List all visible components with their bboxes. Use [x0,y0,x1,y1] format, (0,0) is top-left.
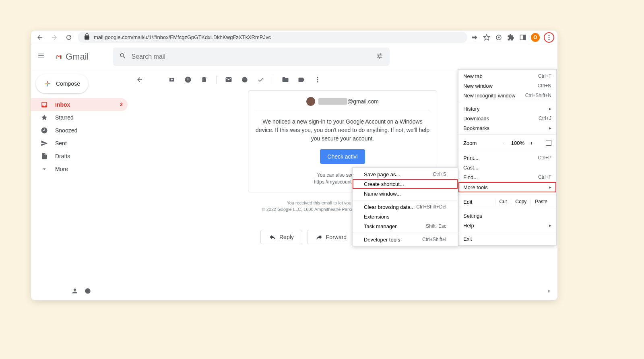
menu-exit[interactable]: Exit [458,234,556,243]
chevron-down-icon [41,165,49,173]
task-icon[interactable] [257,76,265,84]
url-text: mail.google.com/mail/u/1/#inbox/FMfcgzGp… [94,34,271,40]
gmail-header: Gmail [31,44,557,69]
browser-window: mail.google.com/mail/u/1/#inbox/FMfcgzGp… [31,31,557,300]
sidebar-item-snoozed[interactable]: Snoozed [31,124,128,137]
more-icon[interactable] [314,76,322,84]
menu-settings[interactable]: Settings [458,211,556,221]
svg-point-8 [317,77,318,78]
share-icon[interactable] [471,33,479,41]
forward-button[interactable]: Forward [307,230,355,244]
star-icon[interactable] [483,33,491,41]
back-icon[interactable] [136,76,144,84]
label-icon[interactable] [297,76,305,84]
menu-more-tools[interactable]: More tools▸ [458,182,556,192]
star-icon [41,114,49,121]
gmail-brand-text: Gmail [66,52,89,62]
search-box[interactable] [113,47,390,66]
zoom-value: 100% [510,140,526,146]
zoom-in[interactable]: + [530,140,533,146]
forward-button[interactable] [49,32,60,43]
menu-bookmarks[interactable]: Bookmarks▸ [458,123,556,133]
panel-icon[interactable] [519,33,527,41]
sender-avatar [306,97,315,106]
menu-downloads[interactable]: DownloadsCtrl+J [458,113,556,123]
gmail-logo[interactable]: Gmail [55,52,89,62]
compose-button[interactable]: Compose [36,74,88,93]
check-activity-button[interactable]: Check activi [320,149,365,164]
sidebar-item-inbox[interactable]: Inbox2 [31,98,128,111]
menu-find[interactable]: Find...Ctrl+F [458,172,556,182]
svg-point-9 [317,79,318,80]
menu-help[interactable]: Help▸ [458,221,556,230]
chrome-dropdown-menu: New tabCtrl+T New windowCtrl+N New Incog… [458,69,557,246]
email-body: We noticed a new sign-in to your Google … [255,118,430,143]
sidebar-item-more[interactable]: More [31,163,128,175]
target-icon[interactable] [495,33,503,41]
sidebar: Compose Inbox2 Starred Snoozed Sent Draf… [31,69,128,300]
svg-point-11 [85,288,91,294]
extensions-icon[interactable] [507,33,515,41]
menu-copy[interactable]: Copy [511,199,530,204]
contacts-icon[interactable] [71,287,78,296]
reply-button[interactable]: Reply [260,230,302,244]
side-panel-toggle[interactable] [545,287,553,296]
file-icon [41,153,49,160]
chat-icon[interactable] [84,287,91,296]
sidebar-item-drafts[interactable]: Drafts [31,150,128,163]
menu-history[interactable]: History▸ [458,104,556,113]
zoom-out[interactable]: − [503,140,506,146]
menu-incognito[interactable]: New Incognito windowCtrl+Shift+N [458,91,556,100]
menu-zoom: Zoom−100%+ [458,136,556,149]
compose-label: Compose [56,80,80,87]
submenu-extensions[interactable]: Extensions [353,212,458,221]
mark-unread-icon[interactable] [225,76,233,84]
sender-domain: @gmail.com [347,98,379,105]
profile-avatar[interactable]: O [531,33,540,42]
submenu-create-shortcut[interactable]: Create shortcut... [353,179,458,189]
menu-cut[interactable]: Cut [495,199,511,204]
submenu-name-window[interactable]: Name window... [353,189,458,198]
spam-icon[interactable] [184,76,192,84]
sidebar-item-starred[interactable]: Starred [31,111,128,124]
menu-icon[interactable] [37,52,47,62]
menu-new-tab[interactable]: New tabCtrl+T [458,71,556,81]
fullscreen-icon[interactable] [546,140,551,146]
submenu-task-manager[interactable]: Task managerShift+Esc [353,221,458,231]
more-tools-submenu: Save page as...Ctrl+S Create shortcut...… [352,167,458,246]
sidebar-item-sent[interactable]: Sent [31,137,128,150]
back-button[interactable] [34,32,45,43]
sender-name-redacted [318,98,347,105]
svg-point-5 [549,37,550,38]
inbox-count: 2 [120,102,123,107]
svg-point-4 [549,35,550,36]
menu-print[interactable]: Print...Ctrl+P [458,153,556,163]
submenu-save-as[interactable]: Save page as...Ctrl+S [353,169,458,179]
svg-point-6 [549,39,550,40]
tune-icon[interactable] [376,52,383,61]
menu-new-window[interactable]: New windowCtrl+N [458,81,556,91]
search-input[interactable] [131,53,371,60]
main-area: @gmail.com We noticed a new sign-in to y… [128,69,557,300]
submenu-clear-data[interactable]: Clear browsing data...Ctrl+Shift+Del [353,202,458,212]
svg-rect-3 [523,35,526,40]
address-bar[interactable]: mail.google.com/mail/u/1/#inbox/FMfcgzGp… [78,32,467,43]
lock-icon [83,33,91,41]
menu-cast[interactable]: Cast... [458,163,556,172]
delete-icon[interactable] [200,76,208,84]
menu-paste[interactable]: Paste [530,199,551,204]
svg-point-1 [498,36,500,38]
send-icon [41,140,49,147]
archive-icon[interactable] [168,76,176,84]
clock-icon [41,127,49,134]
reload-button[interactable] [63,32,74,43]
svg-point-7 [242,77,248,83]
submenu-dev-tools[interactable]: Developer toolsCtrl+Shift+I [353,235,458,244]
search-icon [119,52,126,61]
chrome-menu-button[interactable] [544,32,554,43]
move-icon[interactable] [281,76,289,84]
snooze-icon[interactable] [241,76,249,84]
bottom-icons [71,287,91,296]
svg-point-10 [317,81,318,83]
email-from: @gmail.com [255,97,430,106]
